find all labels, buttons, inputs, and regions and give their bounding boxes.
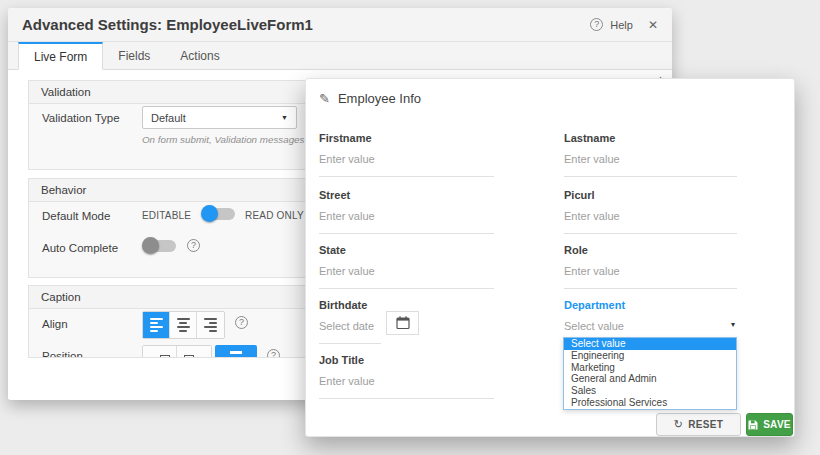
field-firstname: FirstnameEnter value (319, 132, 494, 180)
align-right-button[interactable] (197, 312, 224, 338)
field-picurl: PicurlEnter value (564, 189, 737, 237)
align-help-icon[interactable]: ? (235, 316, 248, 329)
screen: Advanced Settings: EmployeeLiveForm1 ? H… (0, 0, 820, 455)
save-floppy-icon (748, 420, 758, 430)
field-lastname: LastnameEnter value (564, 132, 737, 180)
dropdown-option-marketing[interactable]: Marketing (564, 362, 736, 374)
auto-complete-toggle[interactable] (142, 237, 179, 255)
calendar-icon (395, 315, 411, 331)
field-role: RoleEnter value (564, 244, 737, 292)
field-street: StreetEnter value (319, 189, 494, 237)
form-column-left: FirstnameEnter valueStreetEnter valueSta… (319, 79, 494, 436)
position-left-button[interactable] (143, 346, 177, 358)
save-button-label: SAVE (763, 419, 791, 430)
position-label: Position (42, 350, 83, 358)
reset-icon: ↻ (674, 418, 684, 431)
tab-actions[interactable]: Actions (165, 42, 234, 70)
align-left-button[interactable] (143, 312, 170, 338)
text-input-role[interactable]: Enter value (564, 265, 737, 289)
field-label-department: Department (564, 299, 737, 311)
field-label-role: Role (564, 244, 737, 256)
align-left-icon (150, 318, 163, 332)
position-help-icon[interactable]: ? (267, 349, 280, 358)
position-button-group (142, 345, 212, 358)
toggle-knob (201, 205, 218, 222)
field-birthdate: BirthdateSelect date (319, 299, 494, 347)
tab-bar: Live FormFieldsActions (8, 42, 672, 70)
tab-fields[interactable]: Fields (103, 42, 165, 70)
reset-button-label: RESET (688, 419, 723, 430)
help-link[interactable]: Help (610, 19, 633, 31)
dialog-header: Advanced Settings: EmployeeLiveForm1 ? H… (8, 8, 672, 42)
field-label-birthdate: Birthdate (319, 299, 494, 311)
align-button-group (142, 311, 225, 339)
field-state: StateEnter value (319, 244, 494, 292)
field-label-street: Street (319, 189, 494, 201)
auto-complete-label: Auto Complete (42, 242, 118, 254)
field-box-icon (160, 355, 170, 359)
align-label: Align (42, 318, 68, 330)
field-label-job-title: Job Title (319, 354, 494, 366)
dialog-header-actions: ? Help ✕ (590, 18, 658, 32)
caption-top-icon (230, 351, 242, 354)
field-label-firstname: Firstname (319, 132, 494, 144)
field-job-title: Job TitleEnter value (319, 354, 494, 402)
field-label-lastname: Lastname (564, 132, 737, 144)
default-mode-label: Default Mode (42, 210, 110, 222)
default-mode-toggle[interactable] (201, 205, 238, 223)
tab-live-form[interactable]: Live Form (18, 42, 103, 70)
text-input-state[interactable]: Enter value (319, 265, 494, 289)
employee-info-panel: ✎ Employee Info FirstnameEnter valueStre… (305, 78, 795, 437)
text-input-firstname[interactable]: Enter value (319, 153, 494, 177)
date-input-birthdate[interactable]: Select date (319, 320, 381, 344)
editable-label: EDITABLE (142, 210, 191, 221)
close-icon[interactable]: ✕ (648, 18, 658, 32)
dropdown-option-sales[interactable]: Sales (564, 385, 736, 397)
validation-type-value: Default (151, 112, 186, 124)
field-label-state: State (319, 244, 494, 256)
dropdown-option-select-value[interactable]: Select value (564, 338, 736, 350)
text-input-picurl[interactable]: Enter value (564, 210, 737, 234)
text-input-job-title[interactable]: Enter value (319, 375, 494, 399)
reset-button[interactable]: ↻ RESET (656, 413, 741, 436)
align-center-icon (177, 318, 190, 332)
position-top-button[interactable] (215, 345, 257, 358)
text-input-street[interactable]: Enter value (319, 210, 494, 234)
text-input-lastname[interactable]: Enter value (564, 153, 737, 177)
calendar-button[interactable] (386, 311, 419, 335)
align-right-icon (204, 318, 217, 332)
dropdown-option-professional-services[interactable]: Professional Services (564, 397, 736, 409)
validation-type-label: Validation Type (42, 112, 120, 124)
validation-type-select[interactable]: Default ▼ (142, 106, 297, 129)
auto-complete-help-icon[interactable]: ? (187, 239, 200, 252)
save-button[interactable]: SAVE (746, 413, 793, 436)
department-dropdown: Select valueEngineeringMarketingGeneral … (563, 337, 737, 410)
field-box-icon (184, 355, 194, 359)
field-label-picurl: Picurl (564, 189, 737, 201)
toggle-knob (142, 237, 159, 254)
dropdown-option-general-and-admin[interactable]: General and Admin (564, 373, 736, 385)
position-right-button[interactable] (177, 346, 211, 358)
help-icon[interactable]: ? (590, 18, 603, 31)
select-value: Select value (564, 320, 624, 332)
caret-down-icon: ▾ (731, 320, 737, 332)
dialog-title: Advanced Settings: EmployeeLiveForm1 (22, 16, 590, 33)
align-center-button[interactable] (170, 312, 197, 338)
select-arrow-icon: ▼ (281, 114, 288, 121)
read-only-label: READ ONLY (245, 210, 304, 221)
dropdown-option-engineering[interactable]: Engineering (564, 350, 736, 362)
